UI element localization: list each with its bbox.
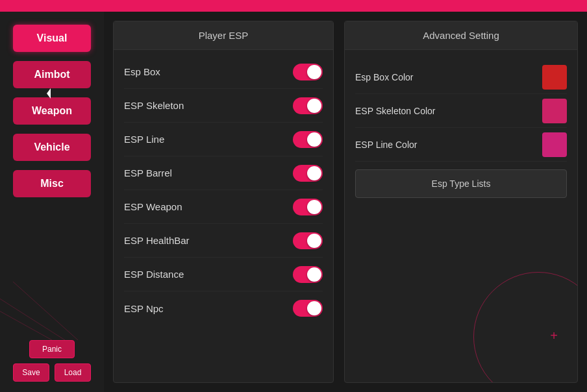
decorative-circle [473,272,578,383]
esp-skeleton-toggle[interactable] [293,97,323,114]
color-row-box: Esp Box Color [355,60,567,94]
esp-box-toggle[interactable] [293,64,323,80]
esp-line-toggle[interactable] [293,131,323,148]
esp-barrel-label: ESP Barrel [124,167,172,178]
esp-box-color-label: Esp Box Color [355,72,413,82]
esp-healthbar-toggle[interactable] [293,232,323,249]
player-esp-panel: Player ESP Esp Box ESP Skeleton [113,21,334,383]
advanced-header: Advanced Setting [345,21,577,50]
esp-skeleton-toggle-knob [307,99,321,113]
player-esp-content: Esp Box ESP Skeleton ESP Line [114,50,333,330]
esp-healthbar-toggle-knob [307,234,321,248]
sidebar-bottom: Panic Save Load [0,340,104,382]
sidebar-decorative-lines [0,243,104,340]
esp-row-barrel: ESP Barrel [124,156,323,190]
bottom-row: Save Load [13,363,91,382]
esp-box-label: Esp Box [124,66,160,77]
esp-weapon-toggle[interactable] [293,199,323,215]
esp-line-color-swatch[interactable] [542,132,567,157]
advanced-title: Advanced Setting [423,30,499,41]
color-row-skeleton: ESP Skeleton Color [355,94,567,128]
esp-line-color-label: ESP Line Color [355,140,417,150]
esp-row-distance: ESP Distance [124,258,323,291]
esp-weapon-toggle-knob [307,200,321,214]
esp-box-toggle-knob [307,65,321,79]
svg-line-1 [0,308,52,340]
main-container: Visual Aimbot Weapon Vehicle Misc Panic … [0,12,587,392]
panic-button[interactable]: Panic [29,340,75,358]
sidebar-btn-vehicle[interactable]: Vehicle [13,134,91,161]
sidebar-btn-weapon[interactable]: Weapon [13,97,91,125]
esp-npc-toggle-knob [307,301,321,315]
esp-weapon-label: ESP Weapon [124,201,182,212]
sidebar-btn-misc[interactable]: Misc [13,170,91,197]
esp-type-lists-button[interactable]: Esp Type Lists [355,169,567,198]
sidebar-btn-aimbot[interactable]: Aimbot [13,61,91,88]
advanced-panel: Advanced Setting Esp Box Color ESP Skele… [344,21,578,383]
svg-line-0 [0,295,65,340]
esp-skeleton-color-label: ESP Skeleton Color [355,106,435,116]
esp-distance-label: ESP Distance [124,269,184,280]
esp-row-healthbar: ESP HealthBar [124,224,323,258]
save-button[interactable]: Save [13,363,49,382]
esp-line-toggle-knob [307,132,321,147]
esp-distance-toggle[interactable] [293,266,323,283]
player-esp-header: Player ESP [114,21,333,50]
esp-distance-toggle-knob [307,267,321,282]
content-area: Player ESP Esp Box ESP Skeleton [104,12,587,392]
esp-row-npc: ESP Npc [124,291,323,325]
decorative-plus: + [550,328,558,343]
advanced-content: Esp Box Color ESP Skeleton Color ESP Lin… [345,50,577,208]
esp-line-label: ESP Line [124,134,164,145]
svg-line-2 [13,282,78,340]
esp-skeleton-color-swatch[interactable] [542,99,567,123]
esp-box-color-swatch[interactable] [542,65,567,90]
esp-row-box: Esp Box [124,55,323,89]
sidebar-btn-visual[interactable]: Visual [13,25,91,52]
esp-row-skeleton: ESP Skeleton [124,89,323,123]
esp-healthbar-label: ESP HealthBar [124,235,190,246]
player-esp-title: Player ESP [199,30,249,41]
load-button[interactable]: Load [55,363,91,382]
esp-npc-toggle[interactable] [293,300,323,317]
esp-barrel-toggle-knob [307,166,321,180]
esp-skeleton-label: ESP Skeleton [124,100,184,111]
color-row-line: ESP Line Color [355,128,567,162]
esp-barrel-toggle[interactable] [293,165,323,182]
esp-npc-label: ESP Npc [124,303,164,314]
top-bar [0,0,587,12]
esp-row-weapon: ESP Weapon [124,190,323,224]
sidebar: Visual Aimbot Weapon Vehicle Misc Panic … [0,12,104,392]
esp-row-line: ESP Line [124,123,323,156]
